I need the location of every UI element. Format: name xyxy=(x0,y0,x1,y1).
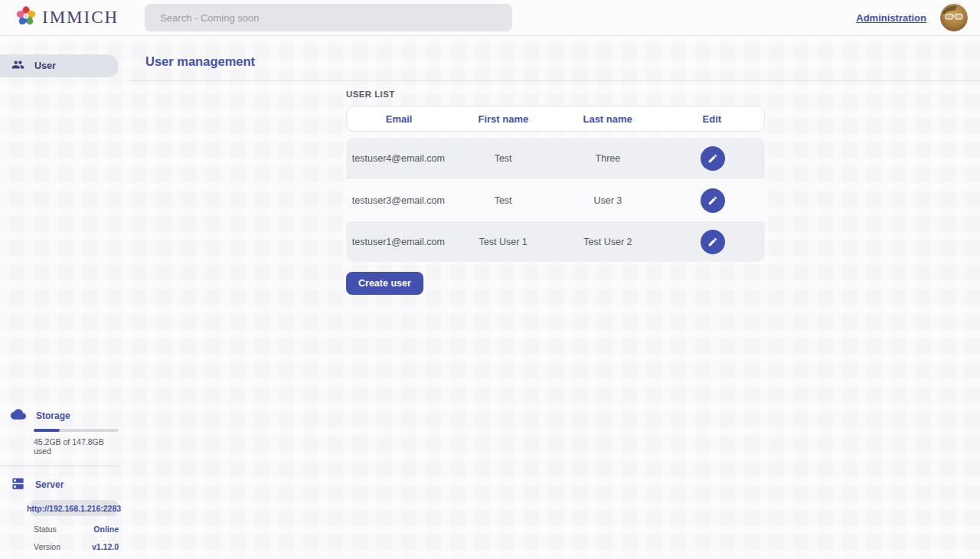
edit-user-button[interactable] xyxy=(701,188,725,213)
server-status-value: Online xyxy=(93,525,119,534)
cell-email: testuser3@email.com xyxy=(346,195,451,206)
content-divider xyxy=(130,80,980,81)
cell-edit xyxy=(660,146,765,171)
cell-first-name: Test xyxy=(451,153,556,164)
col-header-last-name: Last name xyxy=(556,113,660,125)
server-version-value: v1.12.0 xyxy=(92,542,119,551)
create-user-button[interactable]: Create user xyxy=(346,272,423,295)
cell-first-name: Test xyxy=(451,195,556,206)
edit-user-button[interactable] xyxy=(701,146,725,171)
user-table-row: testuser3@email.com Test User 3 xyxy=(346,179,765,221)
user-table-row: testuser4@email.com Test Three xyxy=(346,138,765,179)
cell-last-name: User 3 xyxy=(556,195,661,206)
content-area: User management USER LIST Email First na… xyxy=(130,36,980,559)
cell-edit xyxy=(660,188,765,213)
server-url-badge: http://192.168.1.216:2283 xyxy=(31,500,117,516)
immich-flower-icon xyxy=(15,5,37,30)
app-main: User Storage 45.2GB of 147.8GB used xyxy=(0,36,980,559)
cell-last-name: Three xyxy=(556,153,661,164)
cloud-icon xyxy=(11,407,26,425)
app-header: IMMICH Administration xyxy=(0,0,980,36)
storage-label: Storage xyxy=(36,410,70,421)
immich-logo[interactable]: IMMICH xyxy=(15,5,119,30)
sidebar: User Storage 45.2GB of 147.8GB used xyxy=(0,36,130,559)
server-icon xyxy=(11,476,25,494)
cell-edit xyxy=(660,230,765,254)
user-list-label: USER LIST xyxy=(346,90,765,99)
server-status-label: Status xyxy=(34,525,57,534)
storage-progress-track xyxy=(34,429,119,432)
server-version-label: Version xyxy=(34,542,60,551)
server-status-row: Status Online xyxy=(34,525,119,534)
storage-usage-text: 45.2GB of 147.8GB used xyxy=(34,437,119,456)
header-right: Administration xyxy=(856,4,968,31)
col-header-email: Email xyxy=(347,113,451,125)
server-label: Server xyxy=(35,479,64,490)
edit-user-button[interactable] xyxy=(701,230,725,254)
sidebar-item-user[interactable]: User xyxy=(0,54,119,77)
sidebar-divider xyxy=(0,466,119,466)
search-input[interactable] xyxy=(145,4,512,31)
immich-wordmark: IMMICH xyxy=(42,8,119,28)
cell-first-name: Test User 1 xyxy=(451,237,556,247)
pencil-icon xyxy=(707,195,718,206)
server-version-row: Version v1.12.0 xyxy=(34,542,119,551)
cell-email: testuser1@email.com xyxy=(346,237,451,247)
pencil-icon xyxy=(707,153,718,164)
storage-progress-fill xyxy=(34,429,60,432)
avatar-photo-icon xyxy=(940,4,968,31)
sidebar-info-panel: Storage 45.2GB of 147.8GB used Server ht… xyxy=(0,408,119,551)
server-header: Server xyxy=(0,477,119,492)
page-title: User management xyxy=(130,36,980,69)
administration-link[interactable]: Administration xyxy=(856,12,926,24)
storage-header: Storage xyxy=(0,408,119,423)
cell-last-name: Test User 2 xyxy=(556,237,661,247)
pencil-icon xyxy=(707,237,718,247)
user-table-header: Email First name Last name Edit xyxy=(346,106,765,132)
user-table-row: testuser1@email.com Test User 1 Test Use… xyxy=(346,221,765,262)
user-list-section: USER LIST Email First name Last name Edi… xyxy=(346,90,765,295)
user-avatar[interactable] xyxy=(940,4,968,31)
col-header-edit: Edit xyxy=(660,113,764,125)
col-header-first-name: First name xyxy=(451,113,555,125)
user-table-body: testuser4@email.com Test Three testuser3… xyxy=(346,138,765,262)
cell-email: testuser4@email.com xyxy=(346,153,451,164)
users-icon xyxy=(11,58,24,74)
sidebar-item-user-label: User xyxy=(34,60,56,71)
